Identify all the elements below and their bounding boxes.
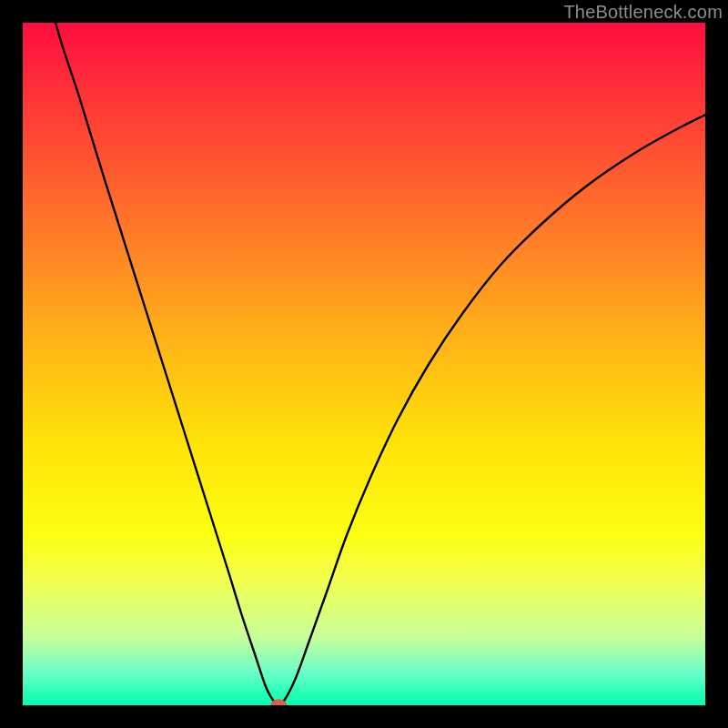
bottleneck-curve: [56, 23, 705, 705]
chart-frame: TheBottleneck.com: [0, 0, 728, 728]
watermark-text: TheBottleneck.com: [563, 2, 723, 23]
plot-area: [23, 23, 705, 705]
curve-layer: [23, 23, 705, 705]
